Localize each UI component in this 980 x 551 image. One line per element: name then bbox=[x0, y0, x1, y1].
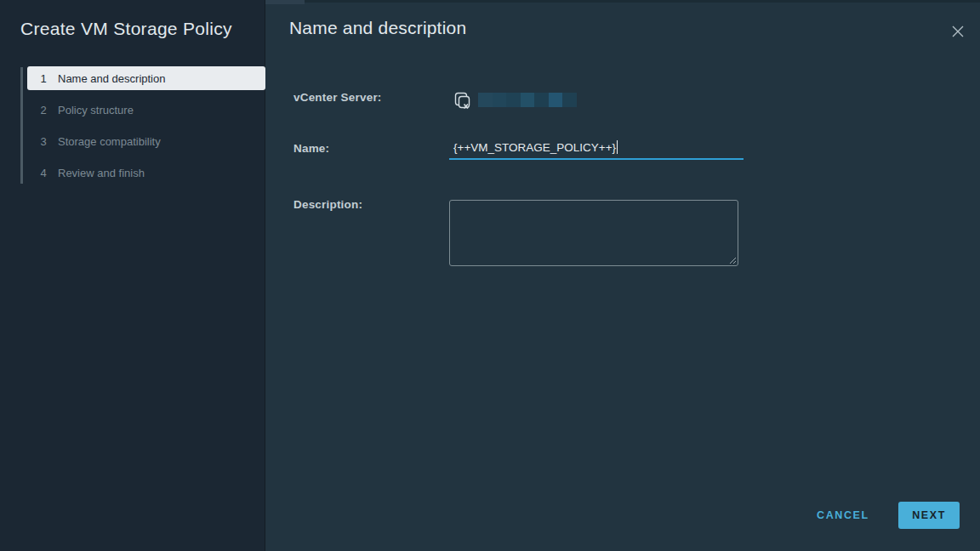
vcenter-server-label: vCenter Server: bbox=[293, 91, 382, 104]
step-item-name-and-description[interactable]: 1 Name and description bbox=[27, 66, 265, 90]
step-label: Storage compatibility bbox=[58, 135, 161, 148]
steps-progress-bar bbox=[20, 67, 23, 184]
vcenter-server-value-redacted bbox=[478, 93, 577, 107]
step-number: 4 bbox=[37, 167, 49, 179]
close-icon bbox=[951, 25, 965, 38]
step-item-review-and-finish[interactable]: 4 Review and finish bbox=[27, 161, 265, 185]
name-input[interactable]: {++VM_STORAGE_POLICY++} bbox=[449, 138, 744, 160]
vcenter-server-icon bbox=[453, 89, 473, 116]
step-item-storage-compatibility[interactable]: 3 Storage compatibility bbox=[27, 129, 265, 153]
step-number: 3 bbox=[37, 135, 49, 148]
create-vm-storage-policy-dialog: Create VM Storage Policy 1 Name and desc… bbox=[0, 0, 980, 551]
step-label: Review and finish bbox=[58, 167, 145, 179]
step-number: 2 bbox=[37, 104, 49, 116]
description-textarea[interactable] bbox=[449, 200, 738, 266]
page-title: Name and description bbox=[289, 18, 466, 38]
wizard-steps: 1 Name and description 2 Policy structur… bbox=[27, 66, 265, 192]
text-caret bbox=[617, 140, 618, 154]
step-label: Policy structure bbox=[58, 104, 134, 116]
name-input-value: {++VM_STORAGE_POLICY++} bbox=[453, 141, 616, 154]
wizard-sidebar: Create VM Storage Policy 1 Name and desc… bbox=[0, 0, 265, 551]
description-label: Description: bbox=[293, 198, 362, 211]
next-button[interactable]: NEXT bbox=[898, 502, 960, 529]
step-label: Name and description bbox=[58, 72, 165, 85]
cancel-button[interactable]: CANCEL bbox=[817, 507, 869, 524]
background-artifact bbox=[265, 0, 980, 3]
step-number: 1 bbox=[37, 72, 49, 85]
dialog-title: Create VM Storage Policy bbox=[20, 19, 232, 39]
close-button[interactable] bbox=[948, 21, 968, 42]
name-label: Name: bbox=[293, 142, 329, 155]
step-item-policy-structure[interactable]: 2 Policy structure bbox=[27, 98, 265, 122]
